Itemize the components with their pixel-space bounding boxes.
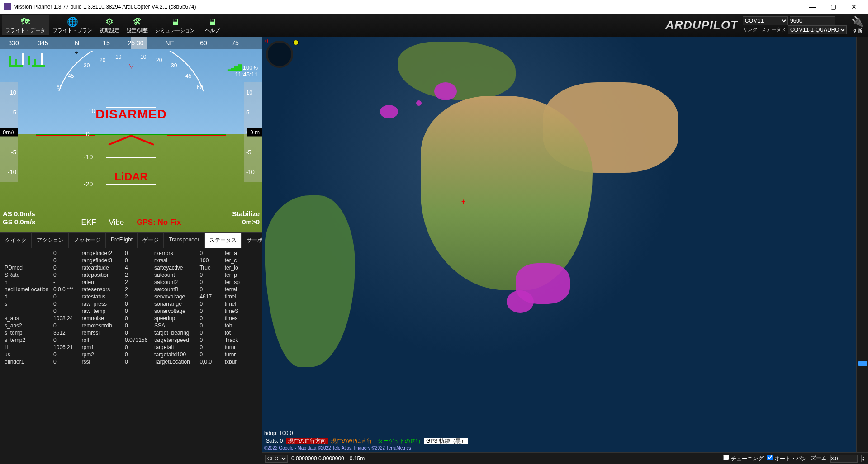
status-row: s_abs1008.24remnoise0speedup0times — [3, 315, 260, 322]
signal-indicator: ▂▄▆█ 100% 11:45:11 — [228, 64, 258, 78]
status-row: s_abs20remotesnrdb0SSA0toh — [3, 322, 260, 329]
toolbar-btn-4[interactable]: 🖥シミュレーション — [152, 15, 199, 35]
toolbar-icon: 🖥 — [171, 16, 180, 27]
altitude-tape: 10 5 0 -5 -10 0 m — [244, 82, 262, 182]
toolbar-icon: 🖥 — [208, 16, 217, 27]
status-table[interactable]: 0rangefinder20rxerrors0ter_a0rangefinder… — [0, 248, 262, 464]
altitude-value: 0 m — [247, 128, 262, 137]
toolbar-btn-5[interactable]: 🖥ヘルプ — [199, 15, 226, 35]
toolbar-btn-1[interactable]: 🌐フライト・プラン — [49, 15, 96, 35]
zoom-slider[interactable] — [856, 37, 868, 452]
status-row: s0raw_press0sonarrange0timeI — [3, 300, 260, 308]
airspeed-tape: 10 5 0 -5 -10 0m/s — [0, 82, 18, 182]
map-statusbar: GEO 0.0000000 0.0000000 -0.15m チューニング オー… — [262, 452, 868, 464]
tab-クイック[interactable]: クイック — [0, 232, 32, 248]
titlebar: Mission Planner 1.3.77 build 1.3.8110.38… — [0, 0, 868, 14]
tab-ステータス[interactable]: ステータス — [204, 232, 242, 248]
map-panel[interactable]: + 0 hdop: 100.0 Sats: 0 現在の進行方向 現在のWPに直行… — [262, 37, 868, 464]
close-button[interactable]: ✕ — [844, 0, 864, 14]
map-top-label: 0 — [265, 38, 268, 44]
heading-rose — [266, 41, 293, 68]
tab-PreFlight[interactable]: PreFlight — [106, 232, 138, 248]
toolbar-icon: 🌐 — [67, 16, 78, 27]
hud-speeds: AS 0.0m/sGS 0.0m/s — [3, 210, 36, 226]
status-row: nedHomeLocation0,0,0,***ratesensors2satc… — [3, 286, 260, 293]
com-port-select[interactable]: COM11 — [743, 16, 788, 25]
toolbar-icon: 🛠 — [133, 16, 142, 27]
toolbar-btn-2[interactable]: ⚙初期設定 — [96, 15, 123, 35]
compass-tick: NE — [165, 39, 174, 47]
window-title: Mission Planner 1.3.77 build 1.3.8110.38… — [14, 4, 196, 10]
maximize-button[interactable]: ▢ — [823, 0, 844, 14]
status-row: efinder10rssi0TargetLocation0,0,0txbuf — [3, 358, 260, 365]
airspeed-value: 0m/s — [0, 128, 18, 137]
tab-アクション[interactable]: アクション — [32, 232, 69, 248]
tab-ゲージ[interactable]: ゲージ — [138, 232, 164, 248]
tab-row: クイックアクションメッセージPreFlightゲージTransponderステー… — [0, 232, 262, 248]
link-link[interactable]: リンク — [743, 26, 758, 33]
disconnect-button[interactable]: 🔌 切断 — [851, 16, 863, 34]
ekf-indicator[interactable]: EKF — [81, 218, 96, 227]
status-row: s_temp20roll0.073156targetairspeed0Track — [3, 336, 260, 344]
armed-status: DISARMED — [95, 107, 166, 122]
main-toolbar: 🗺フライト・データ🌐フライト・プラン⚙初期設定🛠設定/調整🖥シミュレーション🖥ヘ… — [0, 14, 868, 37]
status-row: d0ratestatus2servovoltage4617timeI — [3, 293, 260, 300]
status-row: PDmod0rateattitude4safteyactiveTrueter_l… — [3, 264, 260, 271]
zoom-input[interactable] — [830, 455, 858, 463]
map-provider-select[interactable]: GEO — [265, 455, 288, 463]
coords-readout: 0.0000000 0.0000000 — [291, 455, 344, 462]
status-row: 0rangefinder30rxrssi100ter_c — [3, 257, 260, 264]
aircraft-symbol — [104, 133, 158, 147]
tab-メッセージ[interactable]: メッセージ — [69, 232, 106, 248]
gps-status: GPS: No Fix — [137, 218, 181, 227]
roll-pointer-icon: ▽ — [129, 62, 134, 69]
tab-Transponder[interactable]: Transponder — [164, 232, 204, 248]
compass-tick: 60 — [200, 39, 207, 47]
lidar-label: LiDAR — [114, 170, 147, 183]
compass-tick: N — [75, 39, 79, 47]
status-row: us0rpm20targetaltd1000turnr — [3, 351, 260, 358]
home-marker-icon: + — [461, 198, 465, 206]
compass-tick: 75 — [232, 39, 239, 47]
zoom-stepper[interactable]: ▲▼ — [861, 455, 865, 462]
baud-input[interactable] — [790, 16, 835, 25]
ardupilot-logo: ARDUPILOT — [665, 18, 738, 32]
vibe-indicator[interactable]: Vibe — [109, 218, 124, 227]
compass-tick: 15 — [103, 39, 110, 47]
map-legend: hdop: 100.0 Sats: 0 現在の進行方向 現在のWPに直行 ターゲ… — [264, 430, 866, 451]
status-row: H1006.21rpm10targetalt0turnr — [3, 344, 260, 351]
compass-tick: 345 — [38, 39, 48, 47]
device-select[interactable]: COM11-1-QUADROTOR — [788, 25, 847, 34]
info-panel: クイックアクションメッセージPreFlightゲージTransponderステー… — [0, 232, 262, 464]
hud-panel: 330345N1525 30NE6075 ⌖ 60 45 30 20 10 10… — [0, 37, 262, 232]
status-row: 0raw_temp0sonarvoltage0timeS — [3, 308, 260, 315]
status-row: h-raterc2satcount20ter_sp — [3, 279, 260, 286]
minimize-button[interactable]: — — [802, 0, 823, 14]
status-link[interactable]: ステータス — [761, 26, 786, 33]
alt-readout: -0.15m — [348, 455, 365, 462]
plug-icon: 🔌 — [851, 16, 863, 28]
app-icon — [4, 3, 11, 10]
status-row: 0rangefinder20rxerrors0ter_a — [3, 250, 260, 257]
autopan-checkbox[interactable]: オート・パン — [767, 455, 807, 463]
battery-bars — [9, 52, 43, 65]
drone-marker-icon — [293, 40, 299, 45]
tuning-checkbox[interactable]: チューニング — [723, 455, 763, 463]
toolbar-icon: 🗺 — [21, 16, 30, 27]
toolbar-btn-0[interactable]: 🗺フライト・データ — [2, 15, 49, 35]
status-row: s_temp3512remrssi0target_bearing0tot — [3, 329, 260, 336]
compass-tick: 330 — [8, 39, 19, 47]
toolbar-btn-3[interactable]: 🛠設定/調整 — [123, 15, 152, 35]
signal-bars-icon: ▂▄▆█ — [228, 64, 241, 71]
toolbar-icon: ⚙ — [105, 16, 114, 27]
status-row: SRate0rateposition2satcount0ter_p — [3, 271, 260, 279]
hud-mode: Stabilize0m>0 — [232, 210, 260, 226]
tab-サーボ[interactable]: サーボ — [242, 232, 262, 248]
